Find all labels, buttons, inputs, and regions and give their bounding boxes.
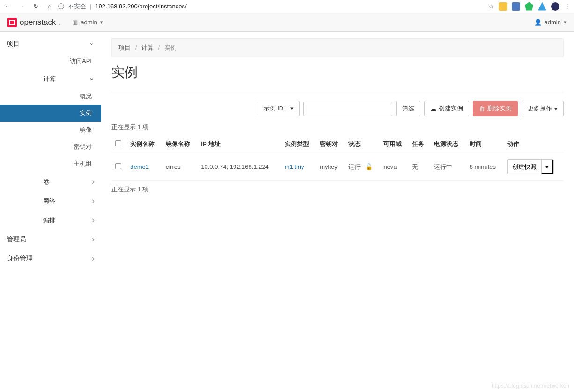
sidebar-item-overview[interactable]: 概况 — [0, 88, 101, 105]
bookmark-star-icon[interactable]: ☆ — [488, 3, 494, 10]
sidebar-item-identity[interactable]: 身份管理 — [0, 249, 101, 268]
col-image[interactable]: 镜像名称 — [162, 135, 198, 153]
user-icon: 👤 — [534, 19, 542, 26]
project-selector[interactable]: ▥ admin ▾ — [72, 19, 103, 26]
delete-instance-button[interactable]: 🗑 删除实例 — [473, 101, 518, 116]
filter-input[interactable] — [303, 102, 392, 116]
row-action-group: 创建快照 ▾ — [507, 159, 554, 174]
sidebar-item-instances[interactable]: 实例 — [0, 105, 101, 122]
openstack-logo-icon — [7, 18, 17, 27]
create-snapshot-button[interactable]: 创建快照 — [508, 160, 541, 174]
delete-instance-label: 删除实例 — [487, 104, 512, 113]
items-count-top: 正在显示 1 项 — [111, 123, 564, 131]
cell-az: nova — [380, 153, 408, 181]
chevron-down-icon: ▾ — [564, 19, 567, 25]
cell-status: 运行 🔓 — [345, 153, 380, 181]
chevron-right-icon — [92, 196, 95, 206]
col-status[interactable]: 状态 — [345, 135, 380, 153]
col-flavor[interactable]: 实例类型 — [281, 135, 316, 153]
cell-keypair: mykey — [316, 153, 345, 181]
sidebar-item-label: 身份管理 — [7, 254, 33, 263]
more-actions-label: 更多操作 — [528, 104, 552, 113]
sidebar-item-label: 网络 — [43, 197, 55, 205]
col-time[interactable]: 时间 — [466, 135, 503, 153]
create-instance-button[interactable]: ☁ 创建实例 — [424, 101, 469, 116]
breadcrumb-item[interactable]: 项目 — [118, 44, 131, 51]
unlock-icon[interactable]: 🔓 — [365, 163, 373, 170]
row-action-dropdown[interactable]: ▾ — [541, 160, 553, 174]
sidebar-item-orchestration[interactable]: 编排 — [0, 211, 101, 230]
profile-avatar-icon[interactable] — [551, 2, 559, 11]
sidebar-item-label: 项目 — [7, 40, 20, 48]
chevron-down-icon: ▾ — [554, 105, 558, 112]
url-text[interactable]: 192.168.93.200/project/instances/ — [95, 3, 186, 10]
extension-icon[interactable] — [499, 2, 507, 11]
col-ip[interactable]: IP 地址 — [197, 135, 280, 153]
instance-name-link[interactable]: demo1 — [130, 163, 149, 170]
evernote-icon[interactable] — [525, 2, 533, 11]
more-actions-button[interactable]: 更多操作 ▾ — [522, 101, 564, 116]
breadcrumb-item: 实例 — [164, 44, 177, 51]
logo[interactable]: openstack. — [7, 18, 61, 27]
toolbar: 示例 ID = ▾ 筛选 ☁ 创建实例 🗑 删除实例 更多操作 ▾ — [111, 101, 564, 116]
sidebar-item-compute[interactable]: 计算 — [0, 70, 101, 88]
sidebar-item-admin[interactable]: 管理员 — [0, 230, 101, 249]
reload-icon[interactable]: ↻ — [32, 3, 39, 10]
insecure-label: 不安全 — [68, 2, 86, 11]
sidebar-item-access-api[interactable]: 访问API — [0, 53, 101, 70]
topbar: openstack. ▥ admin ▾ 👤 admin ▾ — [0, 13, 574, 32]
back-icon[interactable]: ← — [4, 3, 11, 10]
breadcrumb-item[interactable]: 计算 — [141, 44, 154, 51]
col-name[interactable]: 实例名称 — [126, 135, 162, 153]
col-actions: 动作 — [503, 135, 564, 153]
table-header-row: 实例名称 镜像名称 IP 地址 实例类型 密钥对 状态 可用域 任务 电源状态 … — [111, 135, 564, 153]
extension-icon[interactable] — [538, 2, 546, 11]
instances-table: 实例名称 镜像名称 IP 地址 实例类型 密钥对 状态 可用域 任务 电源状态 … — [111, 135, 564, 181]
chevron-down-icon: ▾ — [100, 19, 103, 25]
select-all-checkbox[interactable] — [115, 140, 121, 146]
filter-button[interactable]: 筛选 — [396, 101, 420, 116]
col-az[interactable]: 可用域 — [380, 135, 408, 153]
cell-time: 8 minutes — [466, 153, 503, 181]
sidebar-item-label: 卷 — [44, 178, 50, 186]
chevron-right-icon — [92, 254, 95, 263]
sidebar-item-label: 计算 — [44, 75, 56, 83]
sidebar-item-network[interactable]: 网络 — [0, 191, 101, 211]
cell-image: cirros — [162, 153, 198, 181]
col-power[interactable]: 电源状态 — [430, 135, 466, 153]
watermark: https://blog.csdn.net/networken — [492, 383, 569, 389]
brand-text: openstack — [20, 18, 56, 27]
kebab-menu-icon[interactable]: ⋮ — [564, 3, 570, 10]
filter-field-dropdown[interactable]: 示例 ID = ▾ — [258, 101, 300, 116]
col-task[interactable]: 任务 — [408, 135, 430, 153]
home-icon[interactable]: ⌂ — [46, 3, 53, 10]
create-instance-label: 创建实例 — [439, 104, 463, 113]
sidebar-item-label: 管理员 — [7, 235, 26, 244]
breadcrumb: 项目 / 计算 / 实例 — [111, 38, 564, 57]
trash-icon: 🗑 — [479, 105, 485, 112]
cell-task: 无 — [408, 153, 430, 181]
extension-icon[interactable] — [512, 2, 520, 11]
sidebar-item-project[interactable]: 项目 — [0, 35, 101, 53]
info-icon[interactable]: ⓘ — [58, 2, 64, 11]
chevron-down-icon: ▾ — [290, 105, 294, 112]
project-label: admin — [81, 19, 97, 26]
sidebar-item-volumes[interactable]: 卷 — [0, 172, 101, 191]
browser-bar: ← → ↻ ⌂ ⓘ 不安全 | 192.168.93.200/project/i… — [0, 0, 574, 13]
user-label: admin — [545, 19, 561, 26]
project-icon: ▥ — [72, 19, 78, 26]
sidebar-item-server-groups[interactable]: 主机组 — [0, 155, 101, 172]
row-checkbox[interactable] — [115, 163, 121, 169]
sidebar-item-label: 编排 — [43, 216, 55, 225]
sidebar-item-keypairs[interactable]: 密钥对 — [0, 138, 101, 155]
items-count-bottom: 正在显示 1 项 — [111, 185, 564, 194]
flavor-link[interactable]: m1.tiny — [285, 163, 304, 170]
col-keypair[interactable]: 密钥对 — [316, 135, 345, 153]
sidebar-item-images[interactable]: 镜像 — [0, 122, 101, 138]
chevron-down-icon — [88, 74, 95, 83]
content: 项目 / 计算 / 实例 实例 示例 ID = ▾ 筛选 ☁ 创建实例 🗑 删除… — [101, 32, 574, 392]
sidebar: 项目 访问API 计算 概况 实例 镜像 密钥对 主机组 卷 网络 编排 管理员 — [0, 32, 101, 392]
user-menu[interactable]: 👤 admin ▾ — [534, 19, 567, 26]
chevron-right-icon — [92, 215, 95, 225]
forward-icon[interactable]: → — [18, 3, 25, 10]
